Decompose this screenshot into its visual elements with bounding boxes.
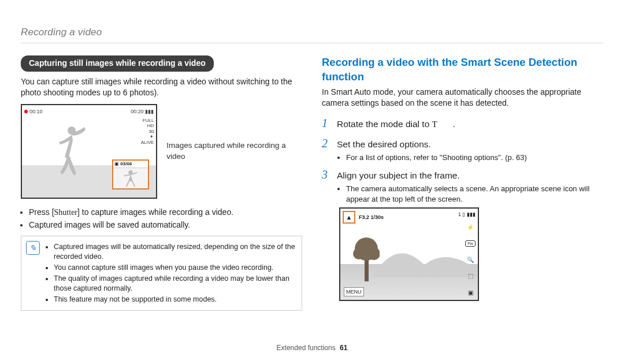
- left-intro: You can capture still images while recor…: [21, 76, 302, 98]
- svg-point-4: [353, 248, 365, 259]
- hills: [373, 242, 477, 277]
- step-3-text: Align your subject in the frame.: [337, 170, 460, 182]
- rec-time: 00:10: [24, 108, 43, 115]
- mode-dial-icon: T: [432, 118, 453, 131]
- step-2-sub: For a list of options, refer to "Shootin…: [346, 153, 603, 163]
- breadcrumb: Recording a video: [21, 26, 102, 39]
- scene-screenshot: ▲ F3.2 1/30s 1 ▯ ▮▮▮: [339, 207, 479, 301]
- note-icon: ✎: [26, 241, 40, 255]
- section-pill: Capturing still images while recording a…: [21, 55, 214, 72]
- right-intro: In Smart Auto mode, your camera automati…: [322, 87, 603, 109]
- right-icon-strip: ⚡ Pw 🔍 ⬚ ▣: [465, 224, 476, 296]
- step-2-text: Set the desired options.: [337, 139, 431, 151]
- scene-icon: ▲: [343, 211, 355, 224]
- page-number: 61: [340, 344, 347, 352]
- shots-remaining: 1 ▯ ▮▮▮: [458, 211, 476, 224]
- left-bullets: Press [Shutter] to capture images while …: [21, 207, 302, 231]
- note-3: The quality of images captured while rec…: [54, 274, 296, 294]
- right-heading: Recording a video with the Smart Scene D…: [322, 55, 603, 84]
- capture-thumbnail: ▣ 03/06: [112, 159, 149, 190]
- step-number-2: 2: [322, 136, 331, 151]
- right-column: Recording a video with the Smart Scene D…: [322, 55, 603, 311]
- step-number-1: 1: [322, 116, 331, 131]
- thumb-count: 03/06: [120, 161, 132, 168]
- screenshot-caption: Images captured while recording a video: [166, 140, 302, 161]
- exposure-readout: F3.2 1/30s: [359, 214, 384, 221]
- step-number-3: 3: [322, 167, 331, 183]
- divider: [21, 43, 603, 43]
- note-1: Captured images will be automatically re…: [54, 242, 296, 262]
- record-icon: [24, 110, 28, 113]
- display-icon: ▣: [466, 289, 474, 297]
- camera-icon: ▣: [114, 161, 119, 168]
- flash-icon: ⚡: [466, 224, 474, 232]
- note-box: ✎ Captured images will be automatically …: [21, 236, 302, 310]
- menu-chip: MENU: [344, 287, 364, 296]
- zoom-icon: 🔍: [466, 256, 474, 264]
- step-1-text: Rotate the mode dial to T.: [337, 118, 455, 131]
- note-2: You cannot capture still images when you…: [54, 263, 296, 273]
- bullet-autosave: Captured images will be saved automatica…: [29, 220, 302, 231]
- pw-icon: Pw: [465, 240, 476, 247]
- svg-point-5: [367, 247, 380, 260]
- footer-section: Extended functions: [277, 344, 336, 352]
- side-indicators: FULL HD 30 ✦ ALIVE: [141, 118, 154, 146]
- step-3-sub: The camera automatically selects a scene…: [346, 184, 603, 204]
- remain-time: 00:20 ▮▮▮: [131, 108, 154, 115]
- left-column: Capturing still images while recording a…: [21, 55, 302, 311]
- note-4: This feature may not be supported in som…: [54, 295, 296, 304]
- skater-figure: [54, 125, 86, 177]
- footer: Extended functions 61: [0, 343, 624, 352]
- video-screenshot: 00:10 00:20 ▮▮▮ FULL HD 30 ✦ ALIVE: [21, 104, 157, 199]
- bullet-shutter: Press [Shutter] to capture images while …: [29, 207, 302, 218]
- thumb-figure: [113, 168, 148, 188]
- tree-icon: [353, 233, 380, 281]
- misc-icon: ⬚: [466, 272, 474, 280]
